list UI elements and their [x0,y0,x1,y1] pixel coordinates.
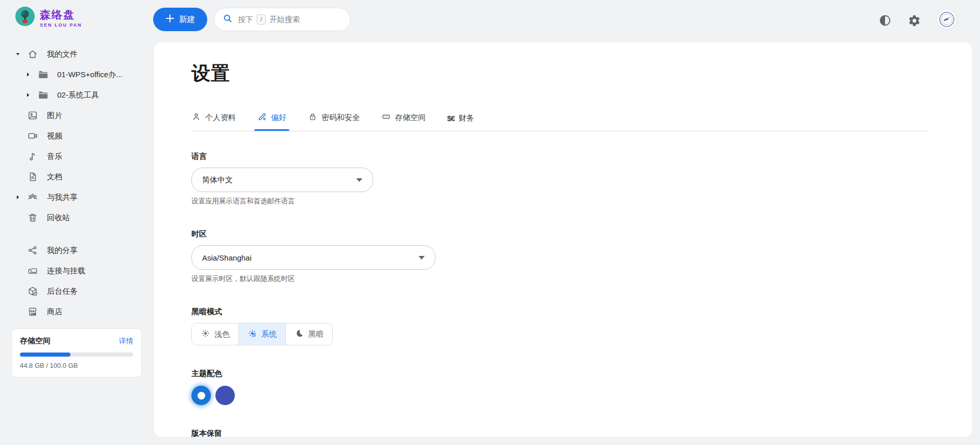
dark-mode-section-label: 黑暗模式 [191,307,937,317]
brand-logo-icon [15,7,35,28]
sidebar-item-music[interactable]: 音乐 [0,146,153,167]
background-tasks-icon [27,286,39,297]
timezone-section-label: 时区 [191,229,937,239]
tab-password-security[interactable]: 密码和安全 [308,112,360,131]
search-placeholder: 按下 / 开始搜索 [238,14,300,25]
language-section-label: 语言 [191,152,937,161]
devices-icon [27,265,39,276]
storage-usage-text: 44.8 GB / 100.0 GB [20,362,133,369]
language-select[interactable]: 简体中文 [191,168,373,192]
finance-icon: $€ [447,114,455,123]
version-section-label: 版本保留 [191,429,937,437]
sidebar-item-folder-02[interactable]: 02-系统工具 [0,85,153,105]
brand-subtitle: SEN LOU PAN [40,22,82,28]
storage-title: 存储空间 [20,336,51,346]
brand-logo[interactable]: 森络盘 SEN LOU PAN [15,7,82,28]
dark-mode-option-system[interactable]: 系统 [238,323,285,345]
theme-color-indigo[interactable] [215,386,235,405]
chevron-down-icon [419,256,425,260]
caret-right-icon[interactable] [26,72,37,77]
language-select-value: 简体中文 [202,175,233,185]
brand-name: 森络盘 [40,8,82,22]
page-title: 设置 [191,61,937,86]
video-icon [27,130,39,142]
settings-gear-icon[interactable] [907,13,921,28]
caret-right-icon[interactable] [15,195,27,200]
pen-icon [257,112,267,123]
tab-finance[interactable]: $€ 财务 [447,113,474,131]
sidebar-item-shared-with-me[interactable]: 与我共享 [0,187,153,207]
storage-card: 存储空间 详情 44.8 GB / 100.0 GB [11,329,142,378]
sidebar-item-images[interactable]: 图片 [0,105,153,126]
sidebar-item-recycle-bin[interactable]: 回收站 [0,207,153,228]
tab-profile[interactable]: 个人资料 [191,112,236,131]
storage-card-icon [381,112,391,123]
share-icon [27,245,39,256]
tab-storage-space[interactable]: 存储空间 [381,112,426,131]
sidebar-item-connections-mounts[interactable]: 连接与挂载 [0,261,153,281]
theme-color-options [191,386,937,405]
sidebar-item-my-files[interactable]: 我的文件 [0,44,153,64]
document-icon [27,171,39,182]
contrast-icon[interactable] [878,13,892,28]
music-icon [27,151,39,162]
caret-right-icon[interactable] [26,92,37,98]
people-icon [27,192,39,203]
tab-preferences[interactable]: 偏好 [257,112,286,131]
slash-key-hint: / [257,14,266,25]
tabs-divider [191,131,927,131]
plus-icon [165,14,175,25]
moon-icon [295,329,304,340]
chevron-down-icon [356,178,362,182]
person-icon [191,112,201,123]
sun-icon [201,329,210,340]
timezone-select-value: Asia/Shanghai [202,253,252,262]
sidebar-group-divider [0,228,153,240]
dark-mode-segmented-control: 浅色 系统 黑暗 [191,323,333,345]
search-input[interactable]: 按下 / 开始搜索 [214,8,351,31]
sun-clock-icon [248,329,257,340]
new-button[interactable]: 新建 [153,8,207,31]
timezone-helper-text: 设置展示时区，默认跟随系统时区 [191,274,937,284]
storage-progress-bar [20,353,133,357]
sidebar: 我的文件 01-WPS+office办... 02-系统工具 图片 视频 [0,44,153,322]
search-icon [223,13,233,26]
theme-section-label: 主题配色 [191,369,937,379]
theme-color-blue[interactable] [191,386,211,405]
storage-detail-link[interactable]: 详情 [119,337,133,346]
sidebar-item-my-shares[interactable]: 我的分享 [0,240,153,261]
user-avatar[interactable] [937,10,957,29]
sidebar-item-background-tasks[interactable]: 后台任务 [0,281,153,301]
sidebar-item-store[interactable]: 商店 [0,301,153,322]
sidebar-item-videos[interactable]: 视频 [0,126,153,146]
home-icon [27,49,39,60]
sidebar-item-documents[interactable]: 文档 [0,167,153,187]
image-icon [27,110,39,121]
timezone-select[interactable]: Asia/Shanghai [191,245,435,270]
store-icon [27,306,39,317]
settings-tabs: 个人资料 偏好 密码和安全 存储空间 $€ [191,112,937,131]
settings-panel: 设置 个人资料 偏好 密码和安全 [154,42,972,437]
dark-mode-option-dark[interactable]: 黑暗 [285,323,332,345]
dark-mode-option-light[interactable]: 浅色 [192,323,238,345]
trash-icon [27,212,39,223]
lock-icon [308,112,317,123]
storage-progress-fill [20,353,70,357]
folder-icon [37,69,49,80]
folder-icon [37,89,49,101]
sidebar-item-folder-01[interactable]: 01-WPS+office办... [0,64,153,85]
language-helper-text: 设置应用展示语言和首选邮件语言 [191,197,937,206]
caret-down-icon[interactable] [15,52,27,57]
